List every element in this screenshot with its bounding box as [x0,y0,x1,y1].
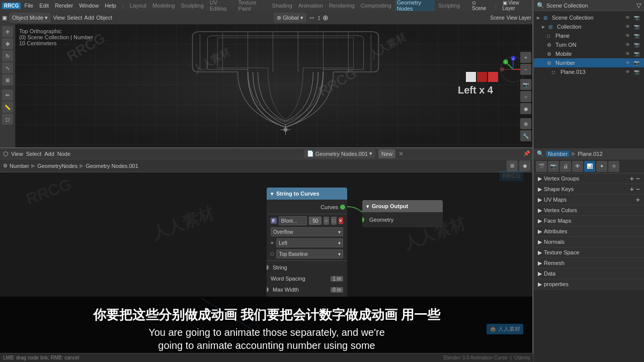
node-view-menu[interactable]: View [11,151,23,157]
rotate-tool[interactable]: ↻ [2,50,13,61]
filter-icon[interactable]: ▽ [636,2,641,9]
view-all-btn[interactable]: ⊞ [507,160,518,171]
menu-geometry-nodes[interactable]: Geometry Nodes [395,0,435,12]
tree-item-mobile[interactable]: ⚙ Mobile 👁 📷 [534,49,644,58]
transform-selector[interactable]: ⊕Global▾ [274,13,306,23]
font-icon-btn1[interactable]: ○ [324,217,329,225]
display-mode-btn[interactable]: ◉ [520,103,531,114]
shape-keys-header[interactable]: ▶ Shape Keys + − [534,184,644,194]
breadcrumb-geo-nodes-001[interactable]: Geometry Nodes.001 [86,163,138,169]
prop-btn-scene[interactable]: 🎬 [536,161,547,172]
font-selector[interactable]: Bfont... [279,216,307,225]
mode-selector[interactable]: Object Mode▾ [9,13,51,23]
vertex-colors-header[interactable]: ▶ Vertex Colors [534,205,644,215]
curves-output-socket[interactable] [340,205,345,210]
tree-item-collection[interactable]: ▶ ⊞ Collection 👁 📷 [534,22,644,31]
node-file-selector[interactable]: 📄 Geometry Nodes.001 ▾ [304,149,376,158]
add-menu[interactable]: Add [85,15,95,21]
tree-item-plane-013[interactable]: □ Plane.013 👁 📷 [534,67,644,76]
data-header[interactable]: ▶ Data [534,268,644,279]
normals-header[interactable]: ▶ Normals [534,237,644,247]
overflow-dropdown[interactable]: Overflow ▾ [271,227,343,236]
add-shape-key-btn[interactable]: + [630,185,634,193]
move-tool[interactable]: ✥ [2,38,13,49]
zoom-out-btn[interactable]: − [520,64,531,75]
font-icon-btn2[interactable]: □ [331,217,337,225]
swatch-red[interactable] [477,72,487,82]
node-group-output[interactable]: ▾ Group Output Geometry [362,200,443,227]
menu-file[interactable]: File [22,3,36,9]
search-icon[interactable]: 🔍 [537,2,544,9]
face-maps-header[interactable]: ▶ Face Maps [534,216,644,226]
uv-maps-header[interactable]: ▶ UV Maps + [534,195,644,205]
remesh-header[interactable]: ▶ Remesh [534,258,644,268]
view-menu[interactable]: View [53,15,65,21]
node-pin-btn[interactable]: 📌 [523,150,530,157]
add-uv-map-btn[interactable]: + [636,196,640,204]
attributes-header[interactable]: ▶ Attributes [534,226,644,236]
word-spacing-value[interactable]: 1 m [331,276,343,282]
tree-item-plane[interactable]: □ Plane 👁 📷 [534,31,644,40]
font-size-input[interactable]: 50 [309,217,321,225]
transform-tool[interactable]: ⊞ [2,74,13,85]
prop-obj2[interactable]: Plane.012 [578,151,603,157]
add-cube-tool[interactable]: ◻ [2,114,13,125]
node-node-menu[interactable]: Node [57,151,70,157]
wireframe-btn[interactable]: ○ [520,91,531,102]
font-type-icon[interactable]: F [271,218,277,224]
object-menu[interactable]: Object [96,15,112,21]
cursor-tool[interactable]: ✛ [2,26,13,37]
swatch-red2[interactable] [488,72,498,82]
remove-shape-key-btn[interactable]: − [636,185,640,193]
tree-item-scene-collection[interactable]: ▶ ⊞ Scene Collection 👁 📷 [534,13,644,22]
node-string-to-curves[interactable]: ▾ String to Curves Curves F Bfont... 50 … [267,188,347,297]
remove-vertex-group-btn[interactable]: − [636,174,640,183]
menu-scripting[interactable]: Scripting [436,3,462,9]
menu-layout[interactable]: Layout [127,3,149,9]
breadcrumb-geo-nodes[interactable]: GeometryNodes [37,163,77,169]
prop-btn-view[interactable]: 👁 [572,161,583,172]
prop-btn-output[interactable]: 🖨 [560,161,571,172]
tree-item-number[interactable]: ⚙ Number 👁 📷 [534,58,644,67]
menu-rendering[interactable]: Rendering [327,3,357,9]
menu-window[interactable]: Window [76,3,101,9]
baseline-dropdown[interactable]: Top Baseline ▾ [276,249,343,258]
prop-btn-render[interactable]: 📷 [548,161,559,172]
breadcrumb-item-1[interactable]: ⚙ [3,163,8,168]
viewport-3d[interactable]: RRCG 人人素材 RRCG 人人素材 [15,24,533,148]
scene-selector[interactable]: ⊙ Scene [469,0,492,11]
editor-type-node-icon[interactable]: ⬡ [3,150,8,157]
scale-tool[interactable]: ⤡ [2,62,13,73]
node-select-menu[interactable]: Select [26,151,42,157]
menu-animation[interactable]: Animation [296,3,326,9]
node-new-btn[interactable]: New [378,149,395,158]
snap-btn[interactable]: 🔧 [520,130,531,141]
max-width-socket[interactable] [267,287,269,292]
menu-sculpting[interactable]: Sculpting [179,3,206,9]
node-close-btn[interactable]: ✕ [398,150,404,157]
font-remove-btn[interactable]: ✕ [339,217,343,224]
string-input-socket[interactable] [267,265,269,270]
menu-texture-paint[interactable]: Texture Paint [235,0,268,12]
breadcrumb-number[interactable]: Number [10,163,29,169]
prop-btn-particles[interactable]: ✦ [596,161,607,172]
editor-type-icon[interactable]: ▣ [2,15,7,21]
proportional-edit-btn[interactable]: ⊕ [520,118,531,129]
camera-view-btn[interactable]: 📷 [520,79,531,90]
menu-shading[interactable]: Shading [270,3,295,9]
node-display-btn[interactable]: ◉ [519,160,530,171]
max-width-value[interactable]: 0 m [331,287,343,293]
align-dropdown[interactable]: Left ▾ [276,238,343,247]
menu-modeling[interactable]: Modeling [150,3,178,9]
prop-obj1[interactable]: Number [546,151,570,157]
add-vertex-group-btn[interactable]: + [630,174,634,183]
node-collapse-arrow[interactable]: ▾ [271,191,273,197]
properties-sub-header[interactable]: ▶ properties [534,279,644,289]
node-group-output-collapse[interactable]: ▾ [366,204,369,209]
measure-tool[interactable]: 📏 [2,102,13,113]
vertex-groups-header[interactable]: ▶ Vertex Groups + − [534,173,644,184]
texture-space-header[interactable]: ▶ Texture Space [534,247,644,257]
menu-render[interactable]: Render [52,3,75,9]
menu-compositing[interactable]: Compositing [358,3,394,9]
geometry-input-socket[interactable] [362,217,364,222]
